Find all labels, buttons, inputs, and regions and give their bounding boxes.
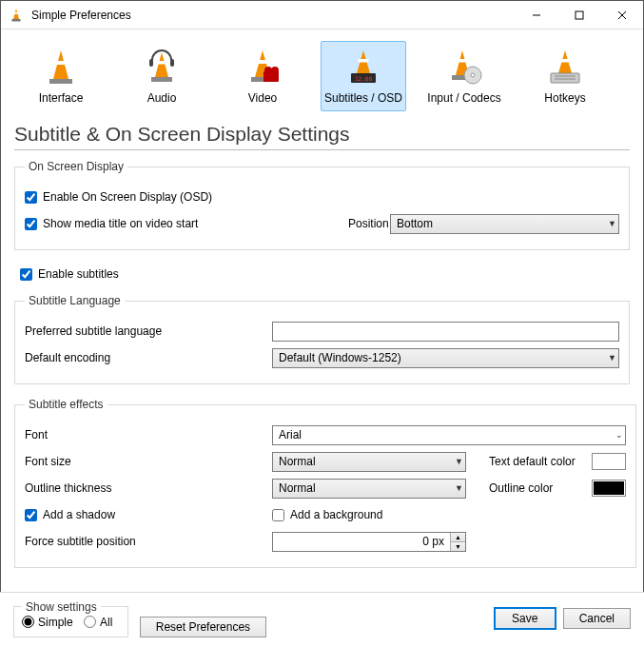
category-label: Hotkeys [525, 91, 605, 105]
svg-point-29 [471, 73, 475, 77]
category-input-codecs[interactable]: Input / Codecs [421, 41, 507, 111]
svg-rect-26 [458, 59, 468, 63]
text-color-swatch [594, 455, 624, 468]
subtitle-effects-group: Subtitle effects Font Arial ⌄ Font size … [14, 398, 636, 568]
maximize-button[interactable] [557, 1, 600, 29]
cone-headphones-icon [122, 46, 202, 89]
font-size-value: Normal [279, 455, 316, 468]
cancel-button[interactable]: Cancel [563, 608, 631, 629]
font-size-select[interactable]: Normal ▼ [272, 452, 466, 472]
add-shadow-checkbox[interactable]: Add a shadow [25, 508, 272, 521]
show-all-radio[interactable]: All [84, 616, 112, 629]
svg-rect-16 [257, 60, 268, 64]
close-button[interactable] [600, 1, 643, 29]
add-background-checkbox[interactable]: Add a background [272, 508, 382, 521]
show-simple-label: Simple [38, 616, 73, 629]
app-icon [9, 8, 24, 23]
chevron-down-icon: ▼ [455, 457, 463, 466]
category-label: Audio [122, 91, 202, 105]
svg-rect-31 [560, 59, 571, 63]
outline-thickness-label: Outline thickness [25, 481, 272, 495]
page-title: Subtitle & On Screen Display Settings [14, 123, 630, 150]
svg-rect-14 [170, 59, 174, 67]
outline-color-swatch [594, 481, 624, 495]
show-simple-input[interactable] [22, 616, 34, 628]
cone-clock-icon: 12:00 [323, 46, 403, 89]
svg-point-20 [271, 67, 279, 74]
cone-keyboard-icon [525, 46, 605, 89]
main-content: Subtitle & On Screen Display Settings On… [1, 123, 643, 568]
category-video[interactable]: Video [220, 41, 305, 111]
show-simple-radio[interactable]: Simple [22, 616, 73, 629]
enable-osd-checkbox[interactable]: Enable On Screen Display (OSD) [25, 190, 212, 204]
force-position-label: Force subtitle position [25, 535, 272, 548]
svg-text:12:00: 12:00 [355, 75, 372, 82]
svg-rect-9 [49, 79, 72, 84]
subtitle-language-group: Subtitle Language Preferred subtitle lan… [14, 294, 630, 384]
outline-thickness-select[interactable]: Normal ▼ [272, 479, 466, 499]
chevron-down-icon: ⌄ [615, 430, 623, 440]
default-encoding-select[interactable]: Default (Windows-1252) ▼ [272, 348, 619, 368]
position-value: Bottom [397, 217, 433, 230]
chevron-down-icon: ▼ [608, 219, 616, 228]
category-label: Video [223, 91, 302, 105]
show-title-input[interactable] [25, 218, 37, 230]
svg-rect-1 [14, 12, 19, 14]
text-color-button[interactable] [592, 453, 626, 470]
category-tabs: Interface Audio Video [1, 29, 643, 115]
font-size-label: Font size [25, 455, 272, 468]
window-title: Simple Preferences [31, 9, 131, 22]
font-label: Font [25, 428, 272, 441]
text-color-label: Text default color [489, 455, 592, 468]
svg-rect-22 [359, 59, 369, 63]
footer: Show settings Simple All Reset Preferenc… [0, 592, 644, 648]
svg-rect-8 [55, 61, 67, 65]
category-hotkeys[interactable]: Hotkeys [522, 41, 608, 111]
position-select[interactable]: Bottom ▼ [390, 214, 619, 234]
font-select[interactable]: Arial ⌄ [272, 425, 626, 445]
cone-disc-icon [424, 46, 504, 89]
svg-rect-4 [576, 11, 583, 19]
enable-osd-label: Enable On Screen Display (OSD) [43, 190, 212, 204]
add-background-input[interactable] [272, 509, 284, 521]
outline-color-button[interactable] [592, 480, 626, 497]
minimize-button[interactable] [515, 1, 557, 29]
category-label: Interface [21, 91, 101, 105]
enable-osd-input[interactable] [25, 191, 37, 204]
add-background-label: Add a background [290, 508, 382, 521]
chevron-down-icon: ▼ [608, 353, 616, 363]
svg-rect-11 [157, 61, 167, 65]
force-position-spinner[interactable]: 0 px ▲ ▼ [272, 532, 466, 552]
reset-preferences-button[interactable]: Reset Preferences [140, 617, 266, 637]
force-position-value: 0 px [273, 533, 451, 551]
save-button[interactable]: Save [495, 608, 556, 629]
show-all-label: All [100, 616, 112, 629]
subtitle-effects-legend: Subtitle effects [25, 398, 107, 411]
spinner-up-button[interactable]: ▲ [451, 533, 465, 542]
svg-point-19 [264, 67, 272, 74]
show-title-checkbox[interactable]: Show media title on video start [25, 217, 348, 230]
enable-subtitles-label: Enable subtitles [38, 267, 119, 281]
show-all-input[interactable] [84, 616, 96, 628]
category-label: Input / Codecs [424, 91, 504, 105]
category-subtitles-osd[interactable]: 12:00 Subtitles / OSD [321, 41, 406, 111]
enable-subtitles-checkbox[interactable]: Enable subtitles [20, 267, 119, 281]
preferred-language-label: Preferred subtitle language [25, 324, 272, 338]
preferred-language-input[interactable] [272, 322, 619, 342]
position-label: Position [348, 217, 390, 230]
category-audio[interactable]: Audio [119, 41, 205, 111]
default-encoding-label: Default encoding [25, 351, 272, 364]
spinner-down-button[interactable]: ▼ [451, 542, 465, 551]
default-encoding-value: Default (Windows-1252) [279, 351, 401, 364]
outline-color-label: Outline color [489, 481, 592, 495]
osd-legend: On Screen Display [25, 160, 127, 173]
enable-subtitles-input[interactable] [20, 268, 32, 281]
titlebar: Simple Preferences [1, 1, 643, 29]
cone-icon [21, 46, 101, 89]
font-value: Arial [279, 428, 302, 441]
add-shadow-input[interactable] [25, 509, 37, 521]
category-label: Subtitles / OSD [323, 91, 403, 105]
show-title-label: Show media title on video start [43, 217, 198, 230]
svg-rect-2 [12, 19, 21, 22]
category-interface[interactable]: Interface [18, 41, 104, 111]
